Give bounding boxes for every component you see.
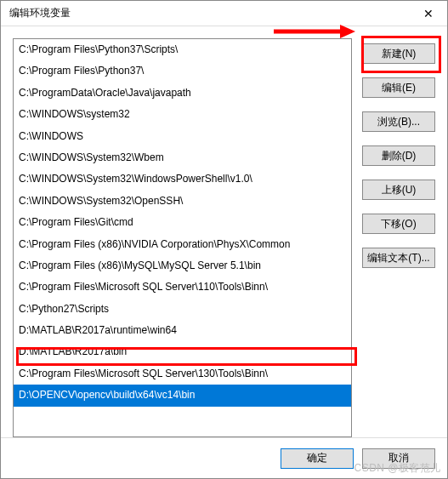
edit-button[interactable]: 编辑(E)	[362, 77, 435, 98]
path-list[interactable]: C:\Program Files\Python37\Scripts\C:\Pro…	[13, 38, 352, 437]
window-title: 编辑环境变量	[9, 6, 71, 20]
list-item[interactable]: D:\MATLAB\R2017a\runtime\win64	[14, 320, 351, 341]
move-up-button[interactable]: 上移(U)	[362, 180, 435, 200]
list-item[interactable]: D:\MATLAB\R2017a\bin	[14, 341, 351, 362]
browse-button[interactable]: 浏览(B)...	[362, 111, 435, 132]
list-item[interactable]: C:\Program Files\Microsoft SQL Server\11…	[14, 277, 351, 298]
content-area: C:\Program Files\Python37\Scripts\C:\Pro…	[1, 26, 447, 437]
move-down-button[interactable]: 下移(O)	[362, 214, 435, 234]
list-item[interactable]: C:\WINDOWS\system32	[14, 104, 351, 125]
new-button[interactable]: 新建(N)	[362, 43, 435, 64]
titlebar: 编辑环境变量 ✕	[1, 1, 447, 26]
list-item[interactable]: C:\WINDOWS	[14, 126, 351, 147]
footer: 确定 取消	[1, 437, 447, 478]
list-item[interactable]: C:\Python27\Scripts	[14, 299, 351, 320]
list-item[interactable]: C:\ProgramData\Oracle\Java\javapath	[14, 83, 351, 104]
ok-button[interactable]: 确定	[281, 448, 354, 469]
close-icon: ✕	[423, 7, 434, 20]
close-button[interactable]: ✕	[409, 1, 447, 26]
list-item[interactable]: C:\Program Files (x86)\MySQL\MySQL Serve…	[14, 255, 351, 277]
cancel-button[interactable]: 取消	[362, 448, 435, 469]
edit-text-button[interactable]: 编辑文本(T)...	[362, 248, 435, 268]
list-item[interactable]: C:\Program Files\Git\cmd	[14, 212, 351, 233]
side-buttons: 新建(N) 编辑(E) 浏览(B)... 删除(D) 上移(U) 下移(O) 编…	[362, 38, 435, 437]
list-item[interactable]: C:\Program Files (x86)\NVIDIA Corporatio…	[14, 234, 351, 255]
list-item[interactable]: C:\WINDOWS\System32\WindowsPowerShell\v1…	[14, 168, 351, 190]
dialog-window: 编辑环境变量 ✕ C:\Program Files\Python37\Scrip…	[0, 0, 448, 479]
list-item[interactable]: D:\OPENCV\opencv\build\x64\vc14\bin	[14, 385, 351, 406]
list-item[interactable]: C:\WINDOWS\System32\OpenSSH\	[14, 191, 351, 212]
delete-button[interactable]: 删除(D)	[362, 145, 435, 166]
list-item[interactable]: C:\WINDOWS\System32\Wbem	[14, 147, 351, 168]
list-item[interactable]: C:\Program Files\Microsoft SQL Server\13…	[14, 363, 351, 385]
list-item[interactable]: C:\Program Files\Python37\Scripts\	[14, 39, 351, 60]
list-item[interactable]: C:\Program Files\Python37\	[14, 60, 351, 82]
